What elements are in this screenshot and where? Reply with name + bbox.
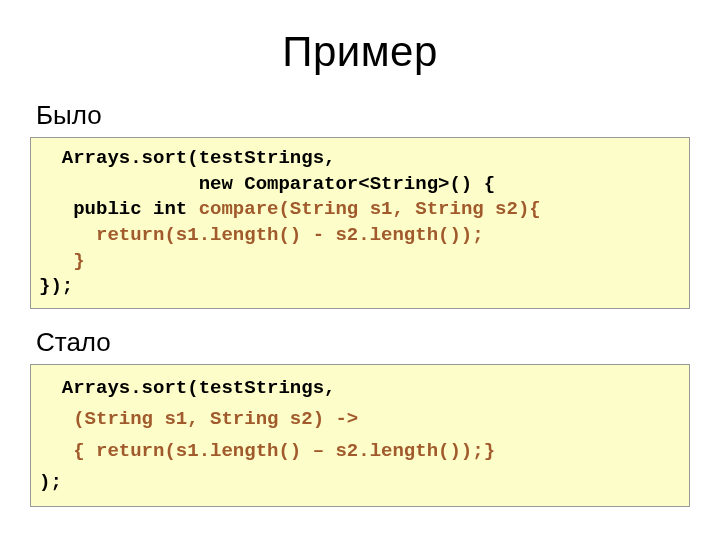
code-highlight: { return(s1.length() – s2.length());} <box>39 440 495 462</box>
slide-title: Пример <box>30 28 690 76</box>
code-highlight: return(s1.length() - s2.length()); <box>39 224 484 246</box>
code-highlight: (String s1, String s2) -> <box>39 408 358 430</box>
code-line: public int <box>39 198 199 220</box>
code-highlight: } <box>39 250 85 272</box>
code-line: ); <box>39 471 62 493</box>
after-code-block: Arrays.sort(testStrings, (String s1, Str… <box>30 364 690 507</box>
before-code-block: Arrays.sort(testStrings, new Comparator<… <box>30 137 690 309</box>
before-label: Было <box>36 100 690 131</box>
code-line: }); <box>39 275 73 297</box>
after-label: Стало <box>36 327 690 358</box>
code-line: Arrays.sort(testStrings, <box>39 377 335 399</box>
code-line: Arrays.sort(testStrings, <box>39 147 335 169</box>
slide: Пример Было Arrays.sort(testStrings, new… <box>0 0 720 507</box>
code-highlight: compare(String s1, String s2){ <box>199 198 541 220</box>
code-line: new Comparator<String>() { <box>39 173 495 195</box>
